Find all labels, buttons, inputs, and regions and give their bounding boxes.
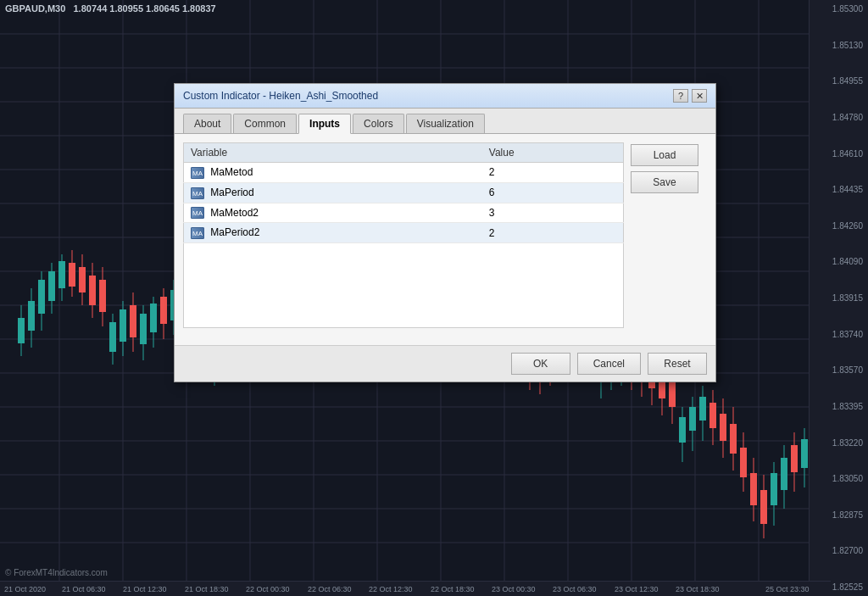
- help-button[interactable]: ?: [673, 89, 688, 103]
- button-section: Load Save: [631, 142, 707, 337]
- dialog-footer: OK Cancel Reset: [175, 345, 715, 382]
- row-value-1[interactable]: 6: [482, 182, 624, 203]
- row-value-3[interactable]: 2: [482, 223, 624, 243]
- row-icon-3: MA: [191, 227, 204, 239]
- table-row[interactable]: MA MaMetod2 3: [184, 203, 624, 223]
- save-button[interactable]: Save: [631, 171, 698, 193]
- tab-about[interactable]: About: [183, 114, 231, 133]
- load-button[interactable]: Load: [631, 144, 698, 166]
- tab-colors[interactable]: Colors: [353, 114, 404, 133]
- row-icon-2: MA: [191, 207, 204, 219]
- inputs-table: Variable Value MA MaMetod 2: [183, 142, 624, 328]
- modal-overlay: Custom Indicator - Heiken_Ashi_Smoothed …: [0, 0, 868, 596]
- dialog-content: Variable Value MA MaMetod 2: [183, 142, 707, 337]
- table-section: Variable Value MA MaMetod 2: [183, 142, 624, 337]
- dialog: Custom Indicator - Heiken_Ashi_Smoothed …: [174, 83, 716, 382]
- table-header: Variable Value: [184, 143, 624, 163]
- dialog-body: Variable Value MA MaMetod 2: [175, 134, 715, 345]
- row-variable-3: MA MaPeriod2: [184, 223, 482, 243]
- table-row[interactable]: MA MaPeriod 6: [184, 182, 624, 203]
- row-variable-0: MA MaMetod: [184, 163, 482, 183]
- cancel-button[interactable]: Cancel: [577, 353, 641, 375]
- table-row[interactable]: MA MaPeriod2 2: [184, 223, 624, 243]
- row-icon-1: MA: [191, 187, 204, 199]
- ok-button[interactable]: OK: [511, 353, 570, 375]
- row-variable-1: MA MaPeriod: [184, 182, 482, 203]
- row-value-0[interactable]: 2: [482, 163, 624, 183]
- tab-bar: About Common Inputs Colors Visualization: [175, 109, 715, 134]
- table-row[interactable]: MA MaMetod 2: [184, 163, 624, 183]
- col-variable: Variable: [184, 143, 482, 163]
- dialog-title: Custom Indicator - Heiken_Ashi_Smoothed: [183, 90, 378, 102]
- close-button[interactable]: ✕: [692, 89, 707, 103]
- dialog-titlebar: Custom Indicator - Heiken_Ashi_Smoothed …: [175, 84, 715, 109]
- dialog-controls: ? ✕: [673, 89, 707, 103]
- tab-inputs[interactable]: Inputs: [298, 114, 351, 134]
- row-icon-0: MA: [191, 167, 204, 179]
- table-empty-row: [184, 243, 624, 328]
- tab-visualization[interactable]: Visualization: [406, 114, 485, 133]
- col-value: Value: [482, 143, 624, 163]
- reset-button[interactable]: Reset: [648, 353, 707, 375]
- tab-common[interactable]: Common: [233, 114, 297, 133]
- row-variable-2: MA MaMetod2: [184, 203, 482, 223]
- row-value-2[interactable]: 3: [482, 203, 624, 223]
